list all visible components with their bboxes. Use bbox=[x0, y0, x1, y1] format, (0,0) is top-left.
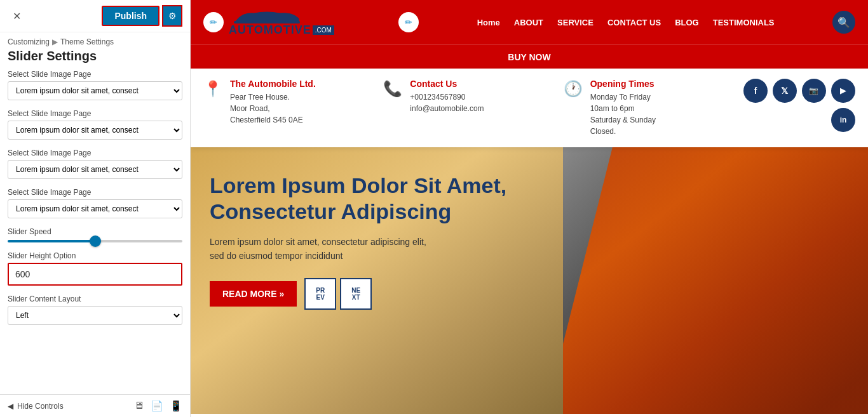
hero-title: Lorem Ipsum Dolor Sit Amet, Consectetur … bbox=[210, 173, 544, 225]
nav-service[interactable]: SERVICE bbox=[557, 18, 593, 27]
field-select-4[interactable]: Lorem ipsum dolor sit amet, consect bbox=[8, 199, 182, 218]
info-col-address: 📍 The Automobile Ltd. Pear Tree House. M… bbox=[203, 79, 364, 126]
edit-nav-pencil-icon[interactable]: ✏ bbox=[398, 12, 419, 32]
prev-button[interactable]: PR EV bbox=[304, 278, 336, 310]
field-label-2: Select Slide Image Page bbox=[8, 109, 182, 118]
contact-title: Contact Us bbox=[410, 79, 484, 89]
prev-next-buttons: PR EV NE XT bbox=[304, 278, 372, 310]
search-button[interactable]: 🔍 bbox=[832, 11, 855, 34]
hero-content: Lorem Ipsum Dolor Sit Amet, Consectetur … bbox=[191, 147, 563, 335]
next-top-label: NE bbox=[351, 287, 360, 294]
slider-speed-thumb[interactable] bbox=[90, 235, 101, 247]
prev-bot-label: EV bbox=[316, 294, 325, 301]
logo-block: AUTOMOTIVE .COM bbox=[229, 8, 334, 37]
customizer-panel: ✕ Publish ⚙ Customizing ▶ Theme Settings… bbox=[0, 0, 191, 417]
field-group-1: Select Slide Image Page Lorem ipsum dolo… bbox=[8, 70, 182, 100]
slider-speed-label: Slider Speed bbox=[8, 227, 182, 236]
gear-button[interactable]: ⚙ bbox=[162, 5, 182, 27]
phone-icon: 📞 bbox=[383, 80, 402, 98]
nav-blog[interactable]: BLOG bbox=[675, 18, 699, 27]
panel-title: Slider Settings bbox=[0, 48, 190, 70]
social-row-1: f 𝕏 📷 ▶ bbox=[743, 79, 855, 103]
contact-text: +001234567890 info@automobile.com bbox=[410, 91, 484, 114]
field-group-4: Select Slide Image Page Lorem ipsum dolo… bbox=[8, 188, 182, 218]
linkedin-button[interactable]: in bbox=[831, 108, 855, 132]
hours-title: Opening Times bbox=[590, 79, 656, 89]
hero-section: Lorem Ipsum Dolor Sit Amet, Consectetur … bbox=[191, 147, 868, 414]
publish-button[interactable]: Publish bbox=[102, 6, 159, 26]
field-group-2: Select Slide Image Page Lorem ipsum dolo… bbox=[8, 109, 182, 140]
instagram-button[interactable]: 📷 bbox=[802, 79, 826, 103]
slider-speed-track bbox=[8, 240, 182, 242]
content-layout-select[interactable]: Left bbox=[8, 306, 182, 325]
breadcrumb-home[interactable]: Customizing bbox=[8, 37, 50, 46]
clock-icon: 🕐 bbox=[564, 80, 583, 98]
info-col-contact: 📞 Contact Us +001234567890 info@automobi… bbox=[383, 79, 544, 114]
twitter-button[interactable]: 𝕏 bbox=[773, 79, 797, 103]
nav-logo-area: ✏ AUTOMOTIVE .COM bbox=[203, 8, 334, 37]
hide-controls-button[interactable]: ◀ Hide Controls bbox=[8, 402, 64, 411]
social-row-2: in bbox=[831, 108, 855, 132]
nav-testimonials[interactable]: TESTIMONIALS bbox=[713, 18, 775, 27]
height-input-wrapper bbox=[8, 263, 182, 286]
next-button[interactable]: NE XT bbox=[340, 278, 372, 310]
hero-car-overlay bbox=[563, 147, 868, 414]
preview-area: ✏ AUTOMOTIVE .COM ✏ Home ABOUT SERVICE C… bbox=[191, 0, 868, 417]
field-label-3: Select Slide Image Page bbox=[8, 149, 182, 157]
field-label-4: Select Slide Image Page bbox=[8, 188, 182, 197]
top-bar: ✕ Publish ⚙ bbox=[0, 0, 190, 32]
tablet-icon[interactable]: 📄 bbox=[151, 400, 163, 412]
nav-contact[interactable]: CONTACT US bbox=[607, 18, 661, 27]
edit-logo-pencil-icon[interactable]: ✏ bbox=[203, 12, 224, 32]
nav-top: ✏ AUTOMOTIVE .COM ✏ Home ABOUT SERVICE C… bbox=[191, 0, 868, 44]
info-col-hours: 🕐 Opening Times Monday To Friday 10am to… bbox=[564, 79, 724, 137]
buy-now-link[interactable]: BUY NOW bbox=[508, 52, 550, 62]
logo-text: AUTOMOTIVE bbox=[229, 23, 311, 37]
hide-controls-arrow-icon: ◀ bbox=[8, 402, 13, 411]
breadcrumb-page: Theme Settings bbox=[60, 37, 114, 46]
hero-right-bg bbox=[563, 147, 868, 414]
facebook-button[interactable]: f bbox=[743, 79, 768, 103]
publish-area: Publish ⚙ bbox=[102, 5, 182, 27]
field-select-1[interactable]: Lorem ipsum dolor sit amet, consect bbox=[8, 81, 182, 100]
youtube-button[interactable]: ▶ bbox=[831, 79, 855, 103]
hero-desc: Lorem ipsum dolor sit amet, consectetur … bbox=[210, 235, 438, 263]
panel-scrollable: Select Slide Image Page Lorem ipsum dolo… bbox=[0, 70, 190, 394]
nav-about[interactable]: ABOUT bbox=[514, 18, 543, 27]
breadcrumb-separator: ▶ bbox=[52, 37, 58, 46]
breadcrumb: Customizing ▶ Theme Settings bbox=[0, 32, 190, 48]
address-text: Pear Tree House. Moor Road, Chesterfield… bbox=[230, 91, 316, 126]
nav-home[interactable]: Home bbox=[477, 18, 500, 27]
field-label-1: Select Slide Image Page bbox=[8, 70, 182, 79]
field-select-3[interactable]: Lorem ipsum dolor sit amet, consect bbox=[8, 160, 182, 179]
close-button[interactable]: ✕ bbox=[8, 7, 25, 25]
height-input[interactable] bbox=[10, 265, 180, 283]
field-select-2[interactable]: Lorem ipsum dolor sit amet, consect bbox=[8, 121, 182, 140]
nav-sub: BUY NOW bbox=[191, 44, 868, 69]
desktop-icon[interactable]: 🖥 bbox=[134, 400, 144, 412]
location-icon: 📍 bbox=[203, 80, 222, 98]
field-group-3: Select Slide Image Page Lorem ipsum dolo… bbox=[8, 149, 182, 179]
read-more-button[interactable]: READ MORE » bbox=[210, 281, 297, 307]
content-layout-label: Slider Content Layout bbox=[8, 295, 182, 303]
logo-com: .COM bbox=[313, 25, 334, 35]
height-option-label: Slider Height Option bbox=[8, 251, 182, 260]
info-bar: 📍 The Automobile Ltd. Pear Tree House. M… bbox=[191, 69, 868, 147]
hide-controls-label: Hide Controls bbox=[17, 402, 64, 411]
device-icons: 🖥 📄 📱 bbox=[134, 400, 182, 412]
social-col: f 𝕏 📷 ▶ in bbox=[743, 79, 855, 132]
mobile-icon[interactable]: 📱 bbox=[170, 400, 182, 412]
nav-links: Home ABOUT SERVICE CONTACT US BLOG TESTI… bbox=[477, 18, 775, 27]
address-title: The Automobile Ltd. bbox=[230, 79, 316, 89]
prev-top-label: PR bbox=[316, 287, 325, 294]
hero-buttons: READ MORE » PR EV NE XT bbox=[210, 278, 544, 310]
bottom-bar: ◀ Hide Controls 🖥 📄 📱 bbox=[0, 394, 190, 417]
hours-text: Monday To Friday 10am to 6pm Saturday & … bbox=[590, 91, 656, 137]
next-bot-label: XT bbox=[352, 294, 360, 301]
